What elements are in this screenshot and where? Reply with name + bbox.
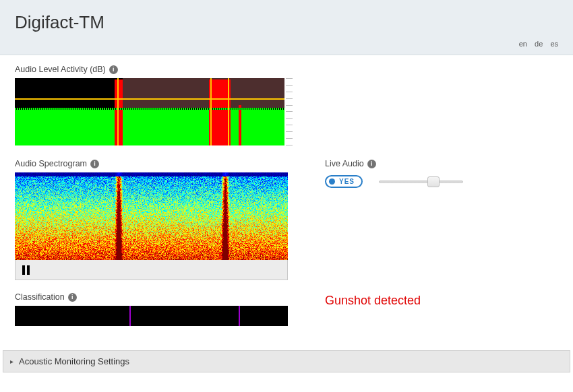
chevron-right-icon: ▸: [10, 358, 13, 365]
slider-thumb[interactable]: [427, 176, 440, 187]
classification-label: Classification i: [15, 292, 305, 302]
info-icon[interactable]: i: [68, 293, 77, 302]
info-icon[interactable]: i: [367, 160, 376, 168]
classification-chart: [15, 306, 288, 326]
info-icon[interactable]: i: [109, 65, 118, 74]
info-icon[interactable]: i: [90, 160, 99, 168]
live-audio-label-text: Live Audio: [325, 159, 364, 168]
live-audio-toggle[interactable]: YES: [325, 175, 363, 188]
accordion-label: Acoustic Monitoring Settings: [19, 356, 129, 366]
spectrogram-canvas: [15, 172, 288, 260]
classification-label-text: Classification: [15, 292, 65, 302]
detection-message: Gunshot detected: [325, 292, 558, 308]
toggle-indicator-icon: [329, 178, 335, 185]
audio-level-ticks: [284, 78, 305, 145]
acoustic-settings-accordion[interactable]: ▸ Acoustic Monitoring Settings: [3, 350, 570, 372]
lang-en[interactable]: en: [519, 40, 527, 48]
volume-slider[interactable]: [379, 178, 463, 185]
slider-track: [379, 181, 463, 183]
live-audio-toggle-text: YES: [339, 178, 355, 185]
audio-level-label: Audio Level Activity (dB) i: [15, 65, 558, 74]
live-audio-label: Live Audio i: [325, 159, 558, 168]
spectrogram-label-text: Audio Spectrogram: [15, 159, 87, 168]
audio-level-label-text: Audio Level Activity (dB): [15, 65, 106, 74]
app-title: Digifact-TM: [15, 12, 558, 33]
lang-es[interactable]: es: [550, 40, 558, 48]
language-bar: en de es: [15, 40, 558, 51]
spectrogram-controls: [15, 260, 288, 280]
pause-icon[interactable]: [22, 265, 30, 275]
lang-de[interactable]: de: [535, 40, 543, 48]
audio-level-chart: [15, 78, 284, 145]
app-header: Digifact-TM en de es: [0, 0, 573, 55]
spectrogram-label: Audio Spectrogram i: [15, 159, 305, 168]
